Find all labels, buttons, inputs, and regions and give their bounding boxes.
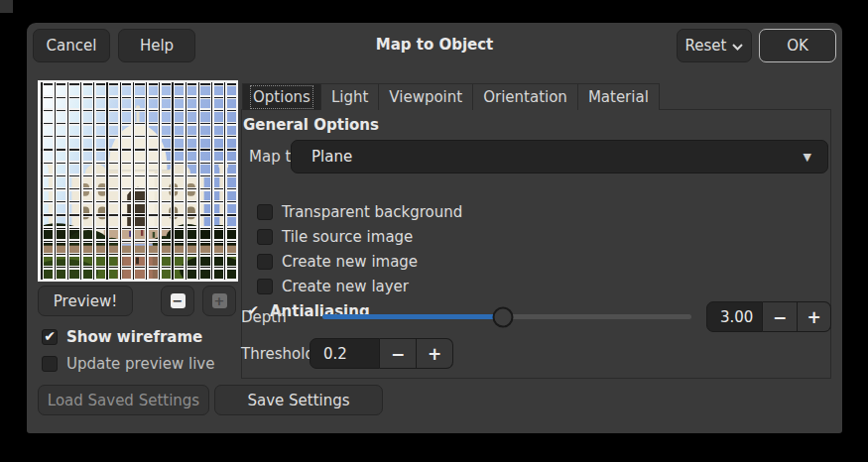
tab-material[interactable]: Material — [578, 83, 660, 110]
tab-bar: Options Light Viewpoint Orientation Mate… — [242, 83, 660, 110]
zoom-out-icon: − — [171, 293, 186, 308]
checkbox-box: ✔ — [257, 204, 273, 220]
depth-slider-handle[interactable] — [493, 306, 514, 327]
checkbox-box: ✔ — [257, 279, 273, 294]
tab-viewpoint[interactable]: Viewpoint — [379, 83, 473, 110]
screen-corner-notch — [0, 0, 13, 13]
wireframe-grid-overlay — [40, 82, 236, 280]
depth-decrement-button[interactable]: − — [763, 301, 798, 332]
create-new-layer-checkbox[interactable]: ✔ Create new layer — [257, 277, 409, 295]
preview-button-label: Preview! — [54, 292, 117, 310]
tab-options[interactable]: Options — [242, 83, 321, 110]
depth-label: Depth — [241, 308, 287, 326]
transparent-background-label: Transparent background — [282, 203, 462, 221]
zoom-in-button[interactable]: + — [202, 286, 236, 316]
checkbox-box: ✔ — [42, 329, 58, 345]
save-settings-label: Save Settings — [247, 392, 349, 409]
update-preview-live-label: Update preview live — [66, 355, 214, 373]
threshold-label: Threshold — [241, 345, 314, 363]
show-wireframe-checkbox[interactable]: ✔ Show wireframe — [42, 327, 202, 346]
check-icon: ✔ — [44, 329, 56, 343]
preview-area[interactable] — [38, 80, 238, 282]
plus-icon: + — [806, 307, 820, 327]
threshold-value: 0.2 — [323, 345, 347, 363]
update-preview-live-checkbox[interactable]: ✔ Update preview live — [42, 354, 214, 373]
dropdown-arrow-icon: ▼ — [804, 151, 827, 164]
depth-value: 3.00 — [720, 308, 753, 326]
ok-button-label: OK — [787, 37, 808, 55]
plus-icon: + — [428, 344, 441, 364]
depth-value-entry[interactable]: 3.00 — [706, 301, 763, 332]
ok-button[interactable]: OK — [759, 29, 836, 62]
map-to-object-dialog: Cancel Help Map to Object Reset OK — [27, 23, 842, 433]
reset-button-label: Reset — [685, 37, 727, 55]
depth-increment-button[interactable]: + — [798, 301, 831, 332]
load-saved-settings-label: Load Saved Settings — [48, 392, 199, 409]
show-wireframe-label: Show wireframe — [66, 328, 202, 346]
tab-orientation[interactable]: Orientation — [473, 83, 578, 110]
depth-slider-fill — [322, 314, 503, 319]
map-to-value: Plane — [292, 148, 352, 166]
tab-light[interactable]: Light — [321, 83, 379, 110]
reset-button[interactable]: Reset — [677, 29, 752, 62]
chevron-down-icon — [732, 44, 743, 51]
create-new-image-label: Create new image — [282, 253, 418, 271]
threshold-decrement-button[interactable]: − — [380, 338, 417, 369]
minus-icon: − — [391, 344, 405, 364]
threshold-value-entry[interactable]: 0.2 — [310, 338, 380, 369]
checkbox-box: ✔ — [42, 356, 58, 372]
create-new-image-checkbox[interactable]: ✔ Create new image — [257, 252, 418, 271]
create-new-layer-label: Create new layer — [282, 278, 409, 295]
minus-icon: − — [773, 307, 787, 327]
transparent-background-checkbox[interactable]: ✔ Transparent background — [257, 202, 462, 221]
save-settings-button[interactable]: Save Settings — [214, 385, 383, 415]
checkbox-box: ✔ — [257, 229, 273, 245]
map-to-dropdown[interactable]: Plane ▼ — [291, 140, 828, 173]
tile-source-image-label: Tile source image — [282, 228, 413, 246]
depth-slider[interactable] — [322, 314, 691, 319]
preview-button[interactable]: Preview! — [38, 286, 133, 316]
general-options-heading: General Options — [243, 116, 379, 134]
zoom-in-icon: + — [212, 293, 227, 308]
load-saved-settings-button[interactable]: Load Saved Settings — [38, 385, 209, 415]
threshold-increment-button[interactable]: + — [417, 338, 453, 369]
checkbox-box: ✔ — [257, 254, 273, 270]
zoom-out-button[interactable]: − — [161, 286, 194, 316]
tile-source-image-checkbox[interactable]: ✔ Tile source image — [257, 227, 413, 246]
